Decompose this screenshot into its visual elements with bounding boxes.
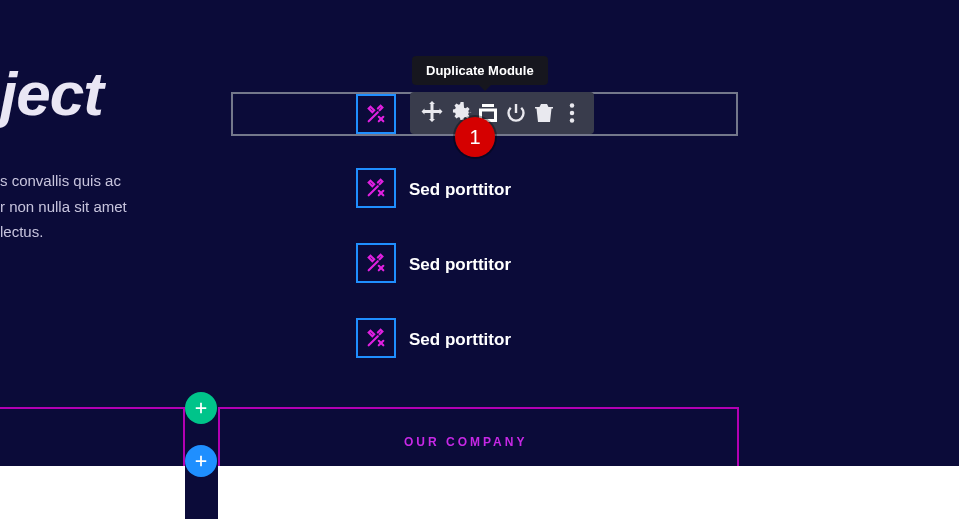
plus-icon: [194, 454, 208, 468]
plus-icon: [194, 401, 208, 415]
module-toolbar: [410, 92, 594, 134]
blurb-label: Sed porttitor: [409, 255, 511, 275]
blurb-label: Sed porttitor: [409, 330, 511, 350]
annotation-badge-1: 1: [455, 117, 495, 157]
blurb-label: Sed porttitor: [409, 180, 511, 200]
blurb-icon-box[interactable]: [356, 318, 396, 358]
blurb-icon-box[interactable]: [356, 168, 396, 208]
move-module-button[interactable]: [420, 101, 444, 125]
power-icon: [504, 101, 528, 125]
svg-point-0: [570, 103, 575, 108]
kebab-menu-icon: [560, 101, 584, 125]
body-paragraph-fragment: s convallis quis ac r non nulla sit amet…: [0, 168, 205, 245]
tools-icon: [365, 252, 387, 274]
page-heading-fragment: ject: [0, 58, 103, 129]
more-options-button[interactable]: [560, 101, 584, 125]
blurb-icon-box[interactable]: [356, 94, 396, 134]
trash-icon: [532, 101, 556, 125]
delete-module-button[interactable]: [532, 101, 556, 125]
svg-point-2: [570, 118, 575, 123]
our-company-label: OUR COMPANY: [404, 435, 527, 449]
move-icon: [420, 101, 444, 125]
blurb-icon-box[interactable]: [356, 243, 396, 283]
left-section-outline[interactable]: [0, 407, 185, 467]
add-row-button[interactable]: [185, 445, 217, 477]
save-module-button[interactable]: [504, 101, 528, 125]
tools-icon: [365, 103, 387, 125]
tools-icon: [365, 177, 387, 199]
white-section-bg: [0, 466, 959, 519]
tools-icon: [365, 327, 387, 349]
add-section-button[interactable]: [185, 392, 217, 424]
svg-point-1: [570, 111, 575, 116]
duplicate-module-tooltip: Duplicate Module: [412, 56, 548, 85]
